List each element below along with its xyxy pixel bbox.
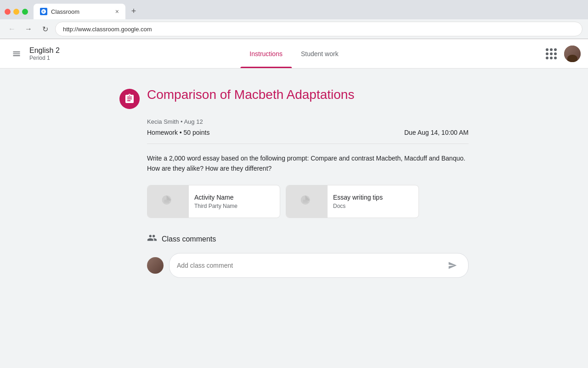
assignment-icon <box>119 89 140 109</box>
assignment-points-row: Homework • 50 points Due Aug 14, 10:00 A… <box>147 129 469 136</box>
address-bar[interactable]: http://www.classroom.google.com <box>55 22 582 36</box>
grid-dots <box>546 48 557 59</box>
title-bar: Classroom × + <box>0 0 588 19</box>
assignment-author: Kecia Smith • Aug 12 <box>147 118 469 125</box>
attachment-info-1: Activity Name Third Party Name <box>189 188 280 215</box>
assignment-meta: Kecia Smith • Aug 12 Homework • 50 point… <box>147 118 469 278</box>
address-text: http://www.classroom.google.com <box>63 26 152 33</box>
assignment-points: Homework • 50 points <box>147 129 209 136</box>
grid-dot <box>550 52 553 55</box>
maximize-traffic-light[interactable] <box>22 9 28 15</box>
content-wrapper: Comparison of Macbeth Adaptations Kecia … <box>110 69 478 296</box>
main-content: Comparison of Macbeth Adaptations Kecia … <box>0 69 588 368</box>
app-header: English 2 Period 1 Instructions Student … <box>0 39 588 69</box>
tab-close-button[interactable]: × <box>115 8 119 15</box>
svg-rect-5 <box>303 201 308 202</box>
grid-dot <box>554 57 557 59</box>
attachment-name-2: Essay writing tips <box>333 194 413 201</box>
attachment-name-1: Activity Name <box>194 194 274 201</box>
attachment-card-1[interactable]: Activity Name Third Party Name <box>147 185 280 218</box>
tab-instructions[interactable]: Instructions <box>240 39 292 68</box>
assignment-description: Write a 2,000 word essay based on the fo… <box>147 153 469 174</box>
attachment-card-2[interactable]: Essay writing tips Docs <box>286 185 419 218</box>
tab-title: Classroom <box>51 8 112 15</box>
user-avatar[interactable] <box>564 46 581 62</box>
attachment-thumb-2 <box>286 185 328 218</box>
grid-dot <box>554 48 557 51</box>
attachments: Activity Name Third Party Name <box>147 185 469 218</box>
nav-bar: ← → ↻ http://www.classroom.google.com <box>0 19 588 39</box>
grid-dot <box>550 48 553 51</box>
grid-apps-icon[interactable] <box>542 45 560 63</box>
comments-title: Class comments <box>162 235 216 243</box>
refresh-button[interactable]: ↻ <box>39 23 51 35</box>
tab-bar: Classroom × + <box>34 4 583 19</box>
assignment-title: Comparison of Macbeth Adaptations <box>147 87 354 103</box>
browser-chrome: Classroom × + ← → ↻ http://www.classroom… <box>0 0 588 39</box>
comment-input-row <box>147 253 469 278</box>
tab-student-work[interactable]: Student work <box>292 39 348 68</box>
comment-user-avatar <box>147 257 164 274</box>
grid-dot <box>550 57 553 59</box>
comment-input[interactable] <box>177 262 444 269</box>
avatar-image <box>564 46 581 62</box>
traffic-lights <box>5 9 28 15</box>
minimize-traffic-light[interactable] <box>13 9 19 15</box>
attachment-thumb-1 <box>147 185 189 218</box>
comments-section: Class comments <box>147 233 469 278</box>
svg-rect-2 <box>164 201 169 202</box>
forward-button[interactable]: → <box>22 23 35 35</box>
attachment-info-2: Essay writing tips Docs <box>328 188 418 215</box>
send-comment-button[interactable] <box>444 257 461 274</box>
class-info: English 2 Period 1 <box>29 46 60 61</box>
header-right <box>542 45 581 63</box>
attachment-type-1: Third Party Name <box>194 203 274 209</box>
class-period: Period 1 <box>29 55 60 61</box>
browser-tab[interactable]: Classroom × <box>34 4 125 19</box>
grid-dot <box>554 52 557 55</box>
app-container: English 2 Period 1 Instructions Student … <box>0 39 588 368</box>
grid-dot <box>546 57 548 59</box>
svg-rect-4 <box>303 200 309 201</box>
assignment-header: Comparison of Macbeth Adaptations <box>119 87 469 109</box>
comment-input-container[interactable] <box>169 253 469 278</box>
close-traffic-light[interactable] <box>5 9 11 15</box>
menu-icon[interactable] <box>7 45 26 63</box>
comments-header: Class comments <box>147 233 469 246</box>
grid-dot <box>546 48 548 51</box>
header-tabs: Instructions Student work <box>240 39 347 68</box>
attachment-type-2: Docs <box>333 203 413 209</box>
divider <box>147 144 469 144</box>
comments-icon <box>147 233 157 246</box>
new-tab-button[interactable]: + <box>127 5 140 17</box>
assignment-due: Due Aug 14, 10:00 AM <box>404 129 469 136</box>
grid-dot <box>546 52 548 55</box>
svg-rect-1 <box>164 200 170 201</box>
back-button[interactable]: ← <box>6 23 18 35</box>
class-name: English 2 <box>29 46 60 55</box>
tab-favicon <box>40 8 47 15</box>
